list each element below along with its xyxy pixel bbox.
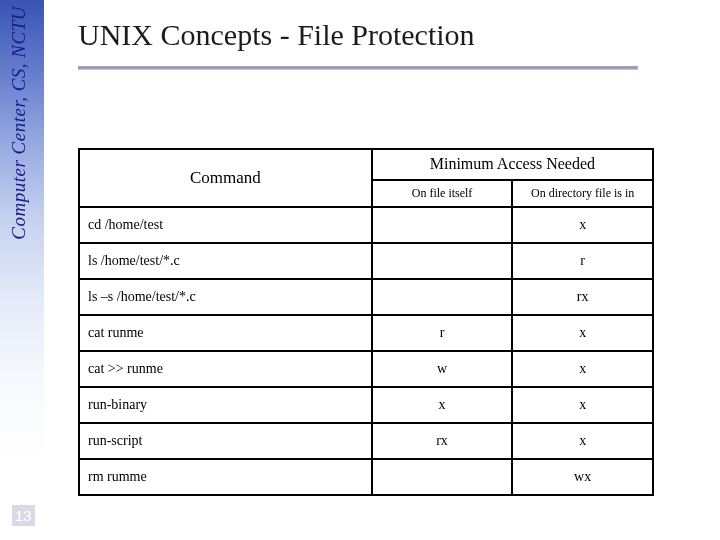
cell-on-dir: x: [512, 315, 653, 351]
cell-on-file: r: [372, 315, 513, 351]
cell-on-file: [372, 459, 513, 495]
cell-command: run-binary: [79, 387, 372, 423]
table-row: run-binary x x: [79, 387, 653, 423]
cell-on-file: [372, 243, 513, 279]
table-row: cd /home/test x: [79, 207, 653, 243]
permissions-table: Command Minimum Access Needed On file it…: [78, 148, 654, 496]
cell-on-dir: x: [512, 351, 653, 387]
header-on-dir: On directory file is in: [512, 180, 653, 207]
cell-on-file: w: [372, 351, 513, 387]
cell-on-dir: x: [512, 423, 653, 459]
title-underline: [78, 66, 638, 70]
cell-command: ls /home/test/*.c: [79, 243, 372, 279]
cell-on-file: [372, 279, 513, 315]
table-row: cat runme r x: [79, 315, 653, 351]
table-row: rm rumme wx: [79, 459, 653, 495]
cell-on-dir: x: [512, 387, 653, 423]
header-on-file: On file itself: [372, 180, 513, 207]
cell-command: ls –s /home/test/*.c: [79, 279, 372, 315]
cell-on-file: rx: [372, 423, 513, 459]
header-min-access: Minimum Access Needed: [372, 149, 653, 180]
cell-on-dir: r: [512, 243, 653, 279]
sidebar-affiliation: Computer Center, CS, NCTU: [8, 6, 30, 240]
table-row: run-script rx x: [79, 423, 653, 459]
cell-on-dir: wx: [512, 459, 653, 495]
header-command: Command: [79, 149, 372, 207]
table-row: ls /home/test/*.c r: [79, 243, 653, 279]
slide-title: UNIX Concepts - File Protection: [78, 18, 475, 52]
table-header-row-1: Command Minimum Access Needed: [79, 149, 653, 180]
cell-command: rm rumme: [79, 459, 372, 495]
sidebar-gradient: Computer Center, CS, NCTU: [0, 0, 44, 540]
cell-command: cd /home/test: [79, 207, 372, 243]
cell-command: run-script: [79, 423, 372, 459]
cell-on-file: x: [372, 387, 513, 423]
cell-command: cat runme: [79, 315, 372, 351]
cell-on-file: [372, 207, 513, 243]
cell-command: cat >> runme: [79, 351, 372, 387]
page-number-badge: 13: [12, 505, 35, 526]
permissions-table-wrap: Command Minimum Access Needed On file it…: [78, 148, 654, 496]
cell-on-dir: x: [512, 207, 653, 243]
slide: Computer Center, CS, NCTU 13 UNIX Concep…: [0, 0, 720, 540]
cell-on-dir: rx: [512, 279, 653, 315]
table-row: ls –s /home/test/*.c rx: [79, 279, 653, 315]
table-row: cat >> runme w x: [79, 351, 653, 387]
page-number: 13: [15, 507, 32, 524]
